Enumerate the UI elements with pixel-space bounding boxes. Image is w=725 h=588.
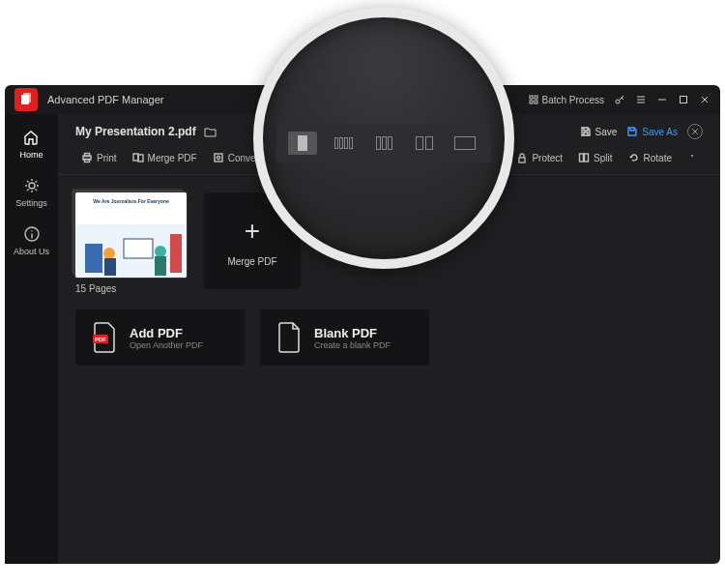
lock-icon [516,152,528,163]
pdf-file-icon: PDF [91,321,118,354]
view-mode-three-up[interactable] [369,132,398,155]
view-mode-two-up[interactable] [410,132,439,155]
sidebar-item-settings[interactable]: Settings [15,177,47,208]
card-title: Blank PDF [314,326,391,340]
maximize-button[interactable] [678,94,689,105]
card-subtitle: Open Another PDF [130,340,203,350]
svg-rect-14 [138,155,143,162]
save-as-label: Save As [642,127,678,137]
svg-rect-5 [535,101,537,103]
add-pdf-card[interactable]: PDF Add PDF Open Another PDF [75,309,245,366]
tool-label: Print [97,153,117,163]
sidebar-item-home[interactable]: Home [19,129,43,160]
protect-button[interactable]: Protect [510,149,568,166]
blank-pdf-card[interactable]: Blank PDF Create a blank PDF [260,309,429,366]
merge-tile-label: Merge PDF [227,256,276,267]
chevron-down-icon [687,152,697,162]
document-tile[interactable]: We Are Journalists For Everyone 15 Pages [75,192,187,294]
svg-rect-16 [519,158,525,162]
svg-rect-22 [104,258,116,276]
svg-rect-11 [85,154,90,157]
close-button[interactable] [699,94,710,105]
view-mode-single[interactable] [288,132,317,155]
view-mode-wide[interactable] [450,132,479,155]
view-mode-toolbar [276,124,491,162]
save-button[interactable]: Save [580,126,618,137]
card-title: Add PDF [130,326,203,340]
svg-text:PDF: PDF [95,337,106,342]
magnifier-overlay [253,8,514,269]
save-icon [580,126,592,137]
convert-icon [213,152,224,163]
info-icon [23,225,41,243]
print-button[interactable]: Print [75,149,123,166]
svg-rect-23 [124,239,153,258]
thumbnail-illustration [75,224,187,278]
svg-rect-18 [585,154,589,162]
svg-rect-7 [681,97,687,103]
sidebar-label: About Us [14,247,49,256]
save-as-icon [626,126,638,137]
merge-icon [132,152,144,163]
batch-process-button[interactable]: Batch Process [529,95,604,105]
svg-rect-4 [530,101,533,103]
svg-point-8 [29,183,35,189]
split-icon [578,152,590,163]
view-mode-four-up[interactable] [329,132,358,155]
save-label: Save [595,127,618,137]
minimize-button[interactable] [656,94,668,105]
save-as-button[interactable]: Save As [626,126,678,137]
document-thumbnail: We Are Journalists For Everyone [75,192,187,278]
svg-rect-26 [170,234,182,273]
svg-rect-13 [133,154,138,161]
split-button[interactable]: Split [572,149,618,166]
folder-open-icon[interactable] [204,125,218,138]
tool-label: Split [594,153,612,163]
app-logo [14,88,38,111]
tool-label: Rotate [644,153,672,163]
tool-label: Protect [532,153,563,163]
card-subtitle: Create a blank PDF [314,340,391,350]
document-name: My Presentation 2.pdf [75,125,196,138]
thumb-headline: We Are Journalists For Everyone [75,198,187,204]
print-icon [81,152,93,163]
tool-label: Merge PDF [148,153,197,163]
svg-rect-17 [580,154,584,162]
svg-point-21 [103,248,115,259]
svg-point-24 [155,246,166,257]
svg-rect-2 [530,96,533,99]
toolbar-more-button[interactable] [682,152,703,163]
svg-rect-12 [85,160,90,162]
merge-button[interactable]: Merge PDF [127,149,203,166]
svg-rect-3 [535,96,537,99]
svg-rect-15 [215,154,222,162]
svg-point-6 [616,100,620,103]
sidebar-label: Home [19,150,43,160]
blank-file-icon [276,321,303,354]
key-icon[interactable] [614,94,625,105]
svg-rect-1 [23,93,31,103]
svg-rect-25 [155,256,166,276]
svg-rect-20 [85,244,102,273]
pages-count: 15 Pages [75,283,187,294]
rotate-icon [628,152,640,163]
close-document-button[interactable] [687,124,703,139]
close-icon [691,128,699,135]
home-icon [22,129,40,146]
rotate-button[interactable]: Rotate [623,149,678,166]
gear-icon [23,177,41,194]
menu-button[interactable] [635,94,647,105]
sidebar: Home Settings About Us [5,114,58,564]
plus-icon: + [245,216,260,247]
batch-label: Batch Process [542,95,604,105]
sidebar-label: Settings [15,198,47,208]
sidebar-item-about[interactable]: About Us [14,225,49,256]
